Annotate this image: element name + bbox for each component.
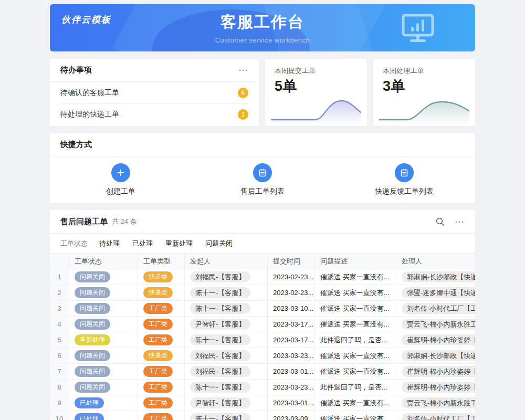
- table-row[interactable]: 1问题关闭快递类刘福民-【客服】2023-02-23...催派送 买家一直没有.…: [50, 269, 475, 285]
- todo-title: 待办事项: [60, 65, 92, 75]
- filter-option-问题关闭[interactable]: 问题关闭: [205, 239, 233, 247]
- filter-option-已处理[interactable]: 已处理: [132, 239, 153, 247]
- table-body: 1问题关闭快递类刘福民-【客服】2023-02-23...催派送 买家一直没有.…: [50, 269, 475, 420]
- row-index: 8: [50, 380, 69, 395]
- cell-status: 问题关闭: [69, 317, 138, 332]
- cell-description: 催派送 买家一直没有...: [315, 317, 396, 332]
- creator-tag: 陈十一-【客服】: [190, 334, 250, 345]
- cell-type: 工厂类: [138, 395, 185, 411]
- table-row[interactable]: 9已处理工厂类尹智轩-【客服】2023-03-01...催派送 买家一直没有..…: [50, 395, 475, 411]
- cell-creator: 陈十一-【客服】: [185, 285, 268, 300]
- filter-options: 待处理已处理重新处理问题关闭: [99, 238, 245, 248]
- cell-creator: 刘福民-【客服】: [185, 269, 268, 285]
- table-row[interactable]: 10已处理工厂类陈十一-【客服】2023-03-09...催派送 买家一直没有.…: [50, 411, 475, 420]
- creator-tag: 刘福民-【客服】: [190, 271, 250, 282]
- cell-status: 已处理: [69, 411, 138, 420]
- cell-submit-time: 2023-02-23...: [268, 269, 315, 285]
- table-row[interactable]: 7问题关闭工厂类刘福民-【客服】2023-03-01...催派送 买家一直没有.…: [50, 364, 475, 380]
- cell-handler: 崔辉明-棉小内珍姿婷【工厂】: [396, 364, 475, 379]
- more-icon[interactable]: ···: [239, 66, 248, 75]
- header-cell-index: [50, 254, 69, 269]
- type-pill: 快递类: [143, 271, 173, 282]
- creator-tag: 陈十一-【客服】: [190, 287, 250, 298]
- table-row[interactable]: 5重新处理工厂类陈十一-【客服】2023-03-17...此件退回了吗，是否..…: [50, 332, 475, 348]
- shortcut-售后工单列表[interactable]: 售后工单列表: [192, 163, 333, 196]
- cell-description: 此件退回了吗，是否...: [315, 380, 396, 395]
- shortcut-label: 售后工单列表: [192, 187, 333, 196]
- cell-description: 催派送 买家一直没有...: [315, 285, 396, 300]
- stat-label: 本周提交工单: [275, 66, 358, 76]
- header-banner: 伙伴云模板 客服工作台 Customer service workbench: [50, 4, 475, 51]
- todo-item[interactable]: 待确认的客服工单6: [60, 82, 248, 103]
- cell-type: 快递类: [138, 285, 185, 300]
- row-index: 10: [50, 411, 69, 420]
- type-pill: 工厂类: [143, 366, 173, 377]
- cell-description: 催派送 买家一直没有...: [315, 411, 396, 420]
- creator-tag: 陈十一-【客服】: [190, 303, 250, 314]
- cell-status: 问题关闭: [69, 348, 138, 363]
- table-row[interactable]: 4问题关闭工厂类尹智轩-【客服】2023-03-17...催派送 买家一直没有.…: [50, 317, 475, 332]
- todo-card: 待办事项 ··· 待确认的客服工单6待处理的快递工单1: [50, 59, 259, 126]
- handler-tag: 刘名传-小时代工厂【工厂】: [402, 303, 475, 314]
- table-row[interactable]: 6问题关闭快递类刘福民-【客服】2023-03-23...催派送 买家一直没有.…: [50, 348, 475, 364]
- type-pill: 工厂类: [143, 382, 173, 393]
- filter-option-待处理[interactable]: 待处理: [99, 239, 120, 247]
- shortcut-label: 快递反馈工单列表: [333, 187, 475, 196]
- table-row[interactable]: 2问题关闭快递类陈十一-【客服】2023-02-23...催派送 买家一直没有.…: [50, 285, 475, 301]
- stat-card-processed: 本周处理工单 3单: [373, 59, 475, 126]
- cell-type: 工厂类: [138, 332, 185, 348]
- count-badge: 1: [238, 109, 248, 120]
- cell-creator: 陈十一-【客服】: [185, 411, 268, 420]
- shortcuts-card: 快捷方式 创建工单售后工单列表快递反馈工单列表: [50, 133, 475, 203]
- sparkline-chart: [268, 93, 364, 124]
- creator-tag: 尹智轩-【客服】: [190, 397, 250, 408]
- todo-item[interactable]: 待处理的快递工单1: [60, 103, 248, 125]
- cell-handler: 崔辉明-棉小内珍姿婷【工厂】: [396, 332, 475, 348]
- cell-creator: 刘福民-【客服】: [185, 348, 268, 363]
- search-icon[interactable]: [435, 217, 445, 226]
- shortcut-label: 创建工单: [50, 187, 192, 196]
- cell-handler: 刘名传-小时代工厂【工厂】: [396, 411, 475, 420]
- row-index: 2: [50, 285, 69, 300]
- cell-handler: 崔辉明-棉小内珍姿婷【工厂】: [396, 380, 475, 395]
- shortcuts-title: 快捷方式: [60, 140, 92, 150]
- header-cell-处理人: 处理人: [396, 254, 475, 269]
- row-index: 9: [50, 395, 69, 411]
- type-pill: 快递类: [143, 287, 173, 298]
- type-pill: 工厂类: [143, 413, 173, 420]
- cell-type: 工厂类: [138, 364, 185, 379]
- handler-tag: 崔辉明-棉小内珍姿婷【工厂】: [402, 382, 475, 393]
- handler-tag: 郭淑娴-长沙邮政【快递】: [402, 271, 475, 282]
- cell-status: 问题关闭: [69, 301, 138, 316]
- cell-submit-time: 2023-03-23...: [268, 348, 315, 363]
- creator-tag: 陈十一-【客服】: [190, 413, 250, 420]
- cell-handler: 贾云飞-棉小内新永胜工厂】: [396, 317, 475, 332]
- status-pill: 问题关闭: [75, 271, 110, 282]
- table-row[interactable]: 8问题关闭工厂类陈十一-【客服】2023-03-23...此件退回了吗，是否..…: [50, 380, 475, 395]
- cell-type: 工厂类: [138, 380, 185, 395]
- status-pill: 已处理: [75, 397, 104, 408]
- cell-type: 工厂类: [138, 411, 185, 420]
- shortcut-快递反馈工单列表[interactable]: 快递反馈工单列表: [333, 163, 475, 196]
- table-row[interactable]: 3问题关闭工厂类陈十一-【客服】2023-03-10...催派送 买家一直没有.…: [50, 301, 475, 317]
- count-badge: 6: [238, 88, 248, 98]
- type-pill: 工厂类: [143, 397, 173, 408]
- type-pill: 快递类: [143, 350, 173, 361]
- shortcut-创建工单[interactable]: 创建工单: [50, 163, 192, 196]
- row-index: 1: [50, 269, 69, 285]
- cell-creator: 尹智轩-【客服】: [185, 317, 268, 332]
- handler-tag: 张盟-迷多娜中通【快递】: [402, 287, 475, 298]
- creator-tag: 陈十一-【客服】: [190, 382, 250, 393]
- status-pill: 重新处理: [75, 334, 110, 345]
- stat-value: 3单: [383, 77, 466, 96]
- cell-description: 催派送 买家一直没有...: [315, 364, 396, 379]
- status-pill: 问题关闭: [75, 303, 110, 314]
- cell-status: 问题关闭: [69, 380, 138, 395]
- record-count: 共 24 条: [112, 217, 137, 226]
- cell-submit-time: 2023-03-17...: [268, 317, 315, 332]
- list-icon: [395, 163, 414, 182]
- creator-tag: 刘福民-【客服】: [190, 366, 250, 377]
- more-icon[interactable]: ···: [455, 217, 465, 226]
- handler-tag: 刘名传-小时代工厂【工厂】: [402, 413, 475, 420]
- filter-option-重新处理[interactable]: 重新处理: [165, 239, 193, 247]
